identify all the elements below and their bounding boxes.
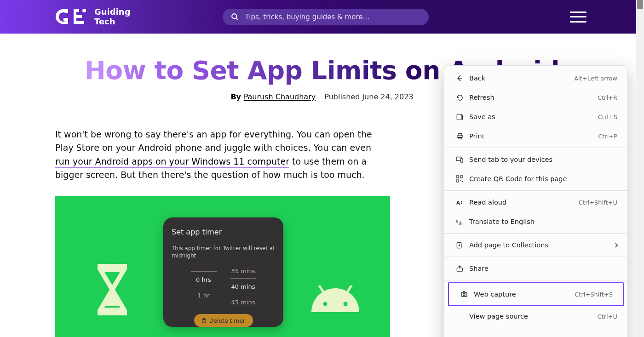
ctx-qr-code[interactable]: Create QR Code for this page xyxy=(444,169,627,188)
svg-point-32 xyxy=(463,293,466,296)
print-icon xyxy=(453,132,466,140)
byline-prefix: By xyxy=(230,92,243,101)
back-arrow-icon xyxy=(453,74,466,82)
ctx-inspect[interactable]: Inspect xyxy=(444,330,627,337)
ctx-shortcut: Ctrl+Shift+U xyxy=(579,199,617,206)
ctx-separator xyxy=(444,257,627,257)
ctx-separator xyxy=(444,280,627,280)
svg-rect-31 xyxy=(461,292,467,297)
ctx-shortcut: Ctrl+Shift+S xyxy=(575,291,613,298)
collections-icon xyxy=(453,241,466,249)
svg-text:a: a xyxy=(455,219,458,223)
app-timer-dialog: Set app timer This app timer for Twitter… xyxy=(163,217,283,327)
svg-rect-22 xyxy=(460,180,461,181)
devices-icon xyxy=(453,155,466,164)
hourglass-icon xyxy=(98,264,127,315)
translate-icon: aあ xyxy=(453,217,466,226)
web-capture-icon xyxy=(457,290,471,298)
svg-rect-13 xyxy=(457,114,461,120)
ctx-web-capture[interactable]: Web capture Ctrl+Shift+S xyxy=(448,282,624,306)
ctx-back[interactable]: Back Alt+Left arrow xyxy=(444,69,627,88)
ctx-label: Add page to Collections xyxy=(469,241,614,249)
svg-rect-16 xyxy=(458,137,461,139)
time-picker: 0 hrs 1 hr 35 mins 40 mins 45 mins xyxy=(172,268,275,306)
delete-timer-button: Delete timer xyxy=(194,314,253,327)
ctx-label: View page source xyxy=(469,313,597,320)
svg-rect-23 xyxy=(462,181,463,182)
refresh-icon xyxy=(453,94,466,102)
ctx-send-tab[interactable]: Send tab to your devices xyxy=(444,150,627,169)
share-icon xyxy=(453,265,466,273)
save-icon xyxy=(453,113,466,121)
ctx-label: Send tab to your devices xyxy=(469,156,617,163)
svg-rect-10 xyxy=(202,319,206,319)
svg-point-1 xyxy=(232,14,236,18)
picker-hours-below: 1 hr xyxy=(191,292,217,299)
ctx-shortcut: Ctrl+S xyxy=(598,114,617,120)
featured-image: Set app timer This app timer for Twitter… xyxy=(55,196,390,337)
search-input[interactable]: Tips, tricks, buying guides & more… xyxy=(223,9,429,25)
ctx-label: Web capture xyxy=(474,291,575,298)
chevron-right-icon xyxy=(614,243,618,247)
svg-text:あ: あ xyxy=(459,221,463,225)
svg-rect-11 xyxy=(203,318,205,319)
article-paragraph: It won't be wrong to say there's an app … xyxy=(55,128,389,182)
ctx-shortcut: Ctrl+U xyxy=(597,313,617,320)
svg-line-5 xyxy=(319,286,324,293)
menu-button[interactable] xyxy=(570,11,586,23)
author-link[interactable]: Paurush Chaudhary xyxy=(244,92,316,101)
delete-timer-label: Delete timer xyxy=(209,317,245,324)
svg-line-6 xyxy=(347,286,351,293)
ctx-separator xyxy=(444,328,627,328)
svg-rect-20 xyxy=(460,176,463,178)
search-placeholder: Tips, tricks, buying guides & more… xyxy=(245,13,370,21)
qr-code-icon xyxy=(453,175,466,183)
svg-rect-9 xyxy=(202,319,206,322)
picker-minutes-above: 35 mins xyxy=(230,268,256,274)
logo-icon xyxy=(55,7,88,27)
scrollbar-track[interactable] xyxy=(636,0,644,337)
picker-hours-selected: 0 hrs xyxy=(191,271,217,288)
svg-line-2 xyxy=(236,18,238,20)
logo-text: Guiding Tech xyxy=(94,7,131,26)
ctx-label: Share xyxy=(469,265,617,272)
ctx-label: Save as xyxy=(469,113,598,120)
picker-minutes-selected: 40 mins xyxy=(230,278,256,295)
ctx-refresh[interactable]: Refresh Ctrl+R xyxy=(444,88,627,107)
svg-text:A: A xyxy=(456,200,460,206)
ctx-label: Print xyxy=(469,132,598,140)
dialog-title: Set app timer xyxy=(172,228,275,236)
svg-point-0 xyxy=(82,9,86,12)
ctx-shortcut: Alt+Left arrow xyxy=(574,75,617,82)
scrollbar-thumb[interactable] xyxy=(637,0,643,9)
picker-minutes-below: 45 mins xyxy=(230,299,256,306)
ctx-label: Translate to English xyxy=(469,218,617,225)
ctx-label: Read aloud xyxy=(469,199,579,206)
ctx-label: Refresh xyxy=(469,94,598,101)
logo[interactable]: Guiding Tech xyxy=(55,7,131,27)
context-menu: Back Alt+Left arrow Refresh Ctrl+R Save … xyxy=(444,65,628,337)
svg-point-8 xyxy=(344,302,348,306)
inline-link[interactable]: run your Android apps on your Windows 11… xyxy=(55,156,289,168)
ctx-label: Back xyxy=(469,74,574,82)
ctx-translate[interactable]: aあ Translate to English xyxy=(444,212,627,231)
svg-rect-18 xyxy=(460,159,463,162)
search-icon xyxy=(231,13,239,21)
ctx-label: Create QR Code for this page xyxy=(469,175,617,183)
read-aloud-icon: A xyxy=(453,199,466,206)
ctx-view-source[interactable]: View page source Ctrl+U xyxy=(444,307,627,326)
svg-rect-15 xyxy=(458,133,461,135)
trash-icon xyxy=(201,318,207,323)
android-icon xyxy=(311,286,359,312)
ctx-separator xyxy=(444,190,627,191)
ctx-share[interactable]: Share xyxy=(444,259,627,278)
ctx-read-aloud[interactable]: A Read aloud Ctrl+Shift+U xyxy=(444,193,627,212)
svg-rect-19 xyxy=(456,176,459,178)
ctx-shortcut: Ctrl+R xyxy=(598,94,617,101)
ctx-separator xyxy=(444,148,627,148)
ctx-print[interactable]: Print Ctrl+P xyxy=(444,126,627,146)
ctx-collections[interactable]: Add page to Collections xyxy=(444,235,627,255)
ctx-separator xyxy=(444,233,627,234)
published-date: Published June 24, 2023 xyxy=(324,92,413,101)
ctx-save-as[interactable]: Save as Ctrl+S xyxy=(444,107,627,126)
